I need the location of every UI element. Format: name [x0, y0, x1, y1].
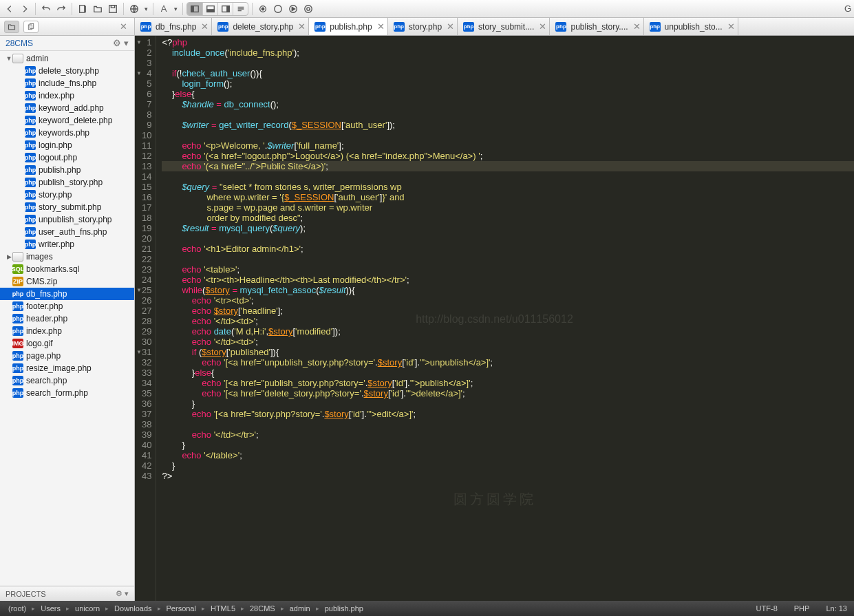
php-file-icon: php [314, 22, 325, 32]
back-button[interactable] [3, 2, 17, 16]
tree-item[interactable]: phplogin.php [0, 139, 134, 151]
breadcrumb[interactable]: (root)▸Users▸unicorn▸Downloads▸Personal▸… [7, 604, 365, 613]
editor-tab[interactable]: phpdb_fns.php✕ [135, 18, 212, 35]
forward-button[interactable] [18, 2, 32, 16]
svg-point-14 [305, 5, 312, 12]
projects-label[interactable]: PROJECTS [6, 590, 46, 598]
editor-tab[interactable]: phppublish.php✕ [309, 18, 387, 35]
tree-item[interactable]: phpfooter.php [0, 300, 134, 312]
tree-item[interactable]: phpsearch_form.php [0, 387, 134, 399]
close-icon[interactable]: ✕ [447, 22, 454, 31]
tree-item[interactable]: ZIPCMS.zip [0, 275, 134, 288]
text-dropdown-icon[interactable]: ▾ [172, 2, 179, 16]
tree-item[interactable]: phpuser_auth_fns.php [0, 226, 134, 238]
breadcrumb-item[interactable]: publish.php [323, 604, 365, 613]
svg-point-11 [261, 8, 264, 10]
tree-item[interactable]: phppublish_story.php [0, 176, 134, 189]
close-icon[interactable]: ✕ [633, 22, 641, 31]
tree-item[interactable]: phpheader.php [0, 312, 134, 325]
editor-tab[interactable]: phppublish_story....✕ [550, 18, 643, 35]
tree-item[interactable]: phppage.php [0, 350, 134, 362]
record-button[interactable] [256, 2, 270, 16]
sidebar-tab-files[interactable] [4, 21, 19, 33]
breadcrumb-item[interactable]: Users [39, 604, 62, 613]
editor-tabs: phpdb_fns.php✕phpdelete_story.php✕phppub… [135, 18, 854, 36]
tree-item[interactable]: phpwriter.php [0, 238, 134, 251]
tree-item[interactable]: phpindex.php [0, 325, 134, 337]
close-icon[interactable]: ✕ [377, 22, 385, 31]
sidebar-tab-copy[interactable] [23, 21, 39, 33]
svg-rect-0 [80, 5, 85, 12]
position-indicator[interactable]: Ln: 13 [826, 604, 847, 613]
sidebar-project-header[interactable]: 28CMS ⚙ ▾ [0, 36, 134, 51]
tree-item[interactable]: ▼admin [0, 52, 134, 65]
breadcrumb-item[interactable]: Personal [165, 604, 198, 613]
breadcrumb-item[interactable]: HTML5 [209, 604, 237, 613]
file-tree[interactable]: ▼adminphpdelete_story.phpphpinclude_fns.… [0, 51, 134, 586]
tree-item[interactable]: phpdb_fns.php [0, 288, 134, 300]
breadcrumb-item[interactable]: Downloads [113, 604, 153, 613]
undo-button[interactable] [39, 2, 53, 16]
open-file-button[interactable] [91, 2, 105, 16]
close-icon[interactable]: ✕ [201, 22, 209, 31]
stop-button[interactable] [271, 2, 285, 16]
editor-tab[interactable]: phpstory_submit....✕ [458, 18, 550, 35]
gear-icon[interactable]: ⚙ ▾ [113, 38, 129, 48]
encoding-indicator[interactable]: UTF-8 [756, 604, 778, 613]
tree-item[interactable]: phpresize_image.php [0, 362, 134, 374]
code-editor[interactable]: ▼123▼45678910111213141516171819202122232… [135, 36, 854, 601]
php-file-icon: php [140, 22, 151, 32]
tree-item[interactable]: ▶images [0, 251, 134, 263]
editor-tab[interactable]: phpstory.php✕ [388, 18, 458, 35]
tree-item[interactable]: phppublish.php [0, 164, 134, 176]
tree-item[interactable]: phpstory.php [0, 189, 134, 201]
breadcrumb-item[interactable]: admin [288, 604, 312, 613]
breadcrumb-item[interactable]: unicorn [74, 604, 101, 613]
tree-item[interactable]: IMGlogo.gif [0, 337, 134, 350]
close-icon[interactable]: ✕ [727, 22, 735, 31]
editor-tab[interactable]: phpunpublish_sto...✕ [644, 18, 738, 35]
globe-button[interactable] [127, 2, 141, 16]
sidebar-close-icon[interactable]: ✕ [117, 21, 130, 32]
svg-rect-2 [111, 5, 114, 8]
footer-gear-icon[interactable]: ⚙ ▾ [116, 589, 129, 598]
php-file-icon: php [394, 22, 405, 32]
language-indicator[interactable]: PHP [794, 604, 810, 613]
sidebar: ✕ 28CMS ⚙ ▾ ▼adminphpdelete_story.phpphp… [0, 18, 135, 601]
tree-item[interactable]: phpkeywords.php [0, 127, 134, 139]
tree-item[interactable]: phpunpublish_story.php [0, 213, 134, 226]
tree-item[interactable]: phplogout.php [0, 151, 134, 164]
layout-right-button[interactable] [217, 3, 233, 15]
new-file-button[interactable] [76, 2, 89, 16]
tree-item[interactable]: phpdelete_story.php [0, 65, 134, 77]
tree-item[interactable]: phpindex.php [0, 89, 134, 102]
layout-sidebar-button[interactable] [187, 3, 202, 15]
close-icon[interactable]: ✕ [539, 22, 546, 31]
tree-item[interactable]: phpinclude_fns.php [0, 77, 134, 89]
redo-button[interactable] [54, 2, 68, 16]
text-format-button[interactable]: A [157, 2, 171, 16]
globe-dropdown-icon[interactable]: ▾ [142, 2, 149, 16]
breadcrumb-item[interactable]: (root) [7, 604, 28, 613]
at-button[interactable] [301, 2, 315, 16]
tree-item[interactable]: phpstory_submit.php [0, 201, 134, 213]
tree-item[interactable]: phpsearch.php [0, 374, 134, 387]
tree-item[interactable]: phpkeyword_add.php [0, 102, 134, 114]
layout-minimap-button[interactable] [233, 3, 248, 15]
code-content[interactable]: <?php include_once('include_fns.php'); i… [156, 36, 854, 601]
breadcrumb-item[interactable]: 28CMS [248, 604, 277, 613]
save-button[interactable] [106, 2, 120, 16]
php-file-icon: php [650, 22, 661, 32]
svg-point-12 [275, 5, 282, 12]
editor-tab[interactable]: phpdelete_story.php✕ [212, 18, 309, 35]
project-name-label: 28CMS [6, 39, 33, 48]
tree-item[interactable]: SQLbookmarks.sql [0, 263, 134, 275]
play-button[interactable] [286, 2, 300, 16]
svg-rect-5 [191, 6, 194, 12]
svg-rect-1 [109, 5, 117, 12]
layout-bottom-button[interactable] [202, 3, 217, 15]
sidebar-tabs: ✕ [0, 18, 134, 36]
tree-item[interactable]: phpkeyword_delete.php [0, 114, 134, 127]
statusbar: (root)▸Users▸unicorn▸Downloads▸Personal▸… [0, 601, 854, 616]
close-icon[interactable]: ✕ [298, 22, 306, 31]
